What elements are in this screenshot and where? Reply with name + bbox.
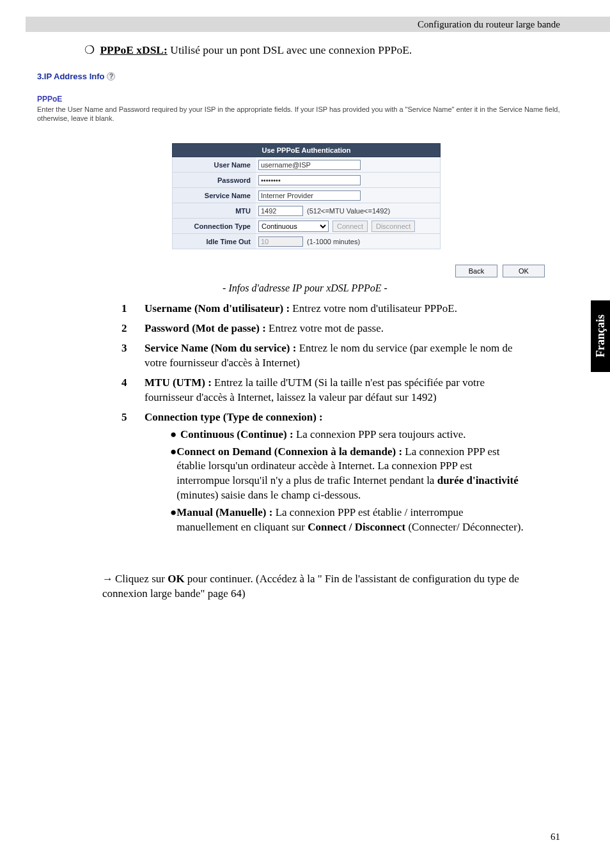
row-password: Password: [172, 173, 441, 188]
item-body: Connection type (Type de connexion) : ● …: [145, 410, 524, 538]
list-item: 4 MTU (UTM) : Entrez la taille d'UTM (Si…: [121, 376, 524, 405]
radio-icon: ❍: [84, 43, 95, 56]
row-username: User Name: [172, 157, 441, 173]
label-username: User Name: [173, 157, 256, 172]
item-number: 4: [121, 376, 145, 405]
mtu-input[interactable]: [258, 206, 303, 216]
pppox-title: PPPoE xDSL:: [100, 43, 168, 56]
label-idle: Idle Time Out: [173, 234, 256, 249]
bullet-dot-icon: ●: [170, 445, 176, 504]
label-password: Password: [173, 173, 256, 187]
pppox-heading: ❍ PPPoE xDSL: Utilisé pour un pont DSL a…: [84, 43, 412, 57]
list-item: 2 Password (Mot de passe) : Entrez votre…: [121, 322, 524, 336]
language-tab: Français: [591, 300, 610, 372]
label-conn-type: Connection Type: [173, 219, 256, 233]
bullet-dot-icon: ●: [170, 506, 176, 535]
service-input[interactable]: [258, 190, 361, 201]
username-input[interactable]: [258, 160, 361, 170]
arrow-paragraph: →Cliquez sur OK pour continuer. (Accédez…: [102, 572, 563, 601]
form-title: Use PPPoE Authentication: [172, 143, 441, 157]
row-mtu: MTU (512<=MTU Value<=1492): [172, 203, 441, 219]
item-body: MTU (UTM) : Entrez la taille d'UTM (Si l…: [145, 376, 524, 405]
item-body: Username (Nom d'utilisateur) : Entrez vo…: [145, 302, 524, 316]
conn-type-select[interactable]: Continuous: [258, 221, 329, 232]
item-number: 2: [121, 322, 145, 336]
item-number: 5: [121, 410, 145, 538]
pppoe-label: PPPoE: [37, 95, 62, 104]
bullet-item: ● Connect on Demand (Connexion à la dema…: [170, 445, 524, 504]
pppox-desc: Utilisé pour un pont DSL avec une connex…: [170, 43, 412, 56]
bullet-item: ● Continuous (Continue) : La connexion P…: [170, 428, 524, 442]
row-service: Service Name: [172, 188, 441, 203]
label-mtu: MTU: [173, 203, 256, 218]
item-body: Password (Mot de passe) : Entrez votre m…: [145, 322, 524, 336]
disconnect-button[interactable]: Disconnect: [371, 221, 415, 232]
section-heading-text: 3.IP Address Info: [37, 72, 104, 81]
connect-button[interactable]: Connect: [332, 221, 368, 232]
list-item: 5 Connection type (Type de connexion) : …: [121, 410, 524, 538]
item-body: Service Name (Nom du service) : Entrez l…: [145, 341, 524, 371]
label-service: Service Name: [173, 188, 256, 203]
page: Configuration du routeur large bande ❍ P…: [0, 0, 610, 868]
pppoe-auth-form: Use PPPoE Authentication User Name Passw…: [172, 143, 441, 249]
row-idle: Idle Time Out (1-1000 minutes): [172, 234, 441, 249]
row-conn-type: Connection Type Continuous Connect Disco…: [172, 219, 441, 234]
list-item: 3 Service Name (Nom du service) : Entrez…: [121, 341, 524, 371]
page-number: 61: [551, 832, 560, 842]
back-ok-row: Back OK: [455, 265, 545, 277]
back-button[interactable]: Back: [455, 265, 497, 277]
bullet-list: ● Continuous (Continue) : La connexion P…: [170, 428, 524, 536]
arrow-icon: →: [102, 572, 115, 587]
figure-caption: - Infos d'adresse IP pour xDSL PPPoE -: [0, 283, 610, 294]
list-item: 1 Username (Nom d'utilisateur) : Entrez …: [121, 302, 524, 316]
numbered-list: 1 Username (Nom d'utilisateur) : Entrez …: [121, 302, 524, 543]
bullet-dot-icon: ●: [170, 428, 180, 442]
pppoe-description: Enter the User Name and Password require…: [37, 105, 560, 123]
ok-button[interactable]: OK: [503, 265, 545, 277]
idle-hint: (1-1000 minutes): [307, 238, 360, 245]
item-number: 3: [121, 341, 145, 371]
idle-input[interactable]: [258, 236, 303, 247]
mtu-hint: (512<=MTU Value<=1492): [307, 207, 390, 215]
help-icon[interactable]: ?: [107, 72, 115, 81]
password-input[interactable]: [258, 175, 361, 185]
item-number: 1: [121, 302, 145, 316]
bullet-item: ● Manual (Manuelle) : La connexion PPP e…: [170, 506, 524, 535]
section-heading: 3.IP Address Info ?: [37, 72, 115, 81]
header-text: Configuration du routeur large bande: [418, 19, 560, 30]
